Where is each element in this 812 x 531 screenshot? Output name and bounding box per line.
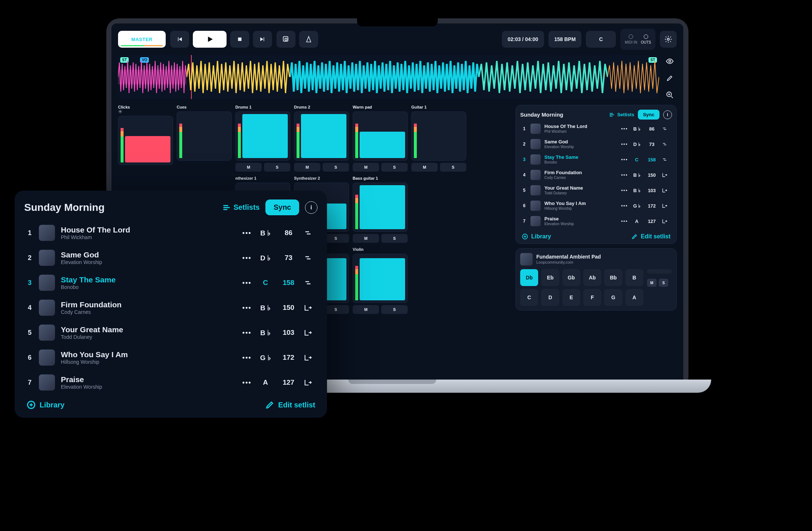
song-action-button[interactable]	[662, 157, 670, 162]
mute-button[interactable]: M	[353, 305, 379, 314]
zoom-button[interactable]	[664, 89, 676, 101]
song-row[interactable]: 7 Praise Elevation Worship ••• A 127	[24, 370, 317, 395]
time-display[interactable]: 02:03 / 04:00	[502, 31, 544, 48]
track-cell[interactable]	[294, 111, 349, 161]
outs-indicator[interactable]: OUTS	[641, 34, 651, 44]
pad-key-button[interactable]: Gb	[562, 269, 580, 286]
song-action-button[interactable]	[662, 126, 670, 132]
overlay-edit-button[interactable]: Edit setlist	[265, 400, 315, 410]
pad-key-button[interactable]: F	[583, 289, 601, 306]
song-action-button[interactable]	[304, 378, 315, 387]
overlay-sync-button[interactable]: Sync	[265, 199, 299, 215]
track[interactable]: Drums 2 MS	[294, 105, 349, 172]
info-button[interactable]: i	[663, 110, 672, 119]
song-action-button[interactable]	[304, 228, 315, 237]
track[interactable]: Guitar 1 MS	[411, 105, 466, 172]
song-more-button[interactable]: •••	[242, 304, 251, 312]
song-row[interactable]: 7 Praise Elevation Worship ••• A 127	[520, 213, 672, 229]
view-button[interactable]	[664, 55, 676, 67]
song-more-button[interactable]: •••	[621, 172, 628, 177]
sync-button[interactable]: Sync	[638, 110, 659, 120]
loop-button[interactable]	[276, 31, 295, 48]
waveform[interactable]: ST VO ST	[118, 55, 659, 99]
solo-button[interactable]: S	[381, 163, 408, 172]
pad-key-button[interactable]: D	[541, 289, 559, 306]
song-more-button[interactable]: •••	[621, 188, 628, 193]
track-cell[interactable]	[353, 183, 408, 232]
solo-button[interactable]: S	[440, 163, 466, 172]
stop-button[interactable]	[230, 31, 249, 48]
song-more-button[interactable]: •••	[242, 379, 251, 387]
track[interactable]: Cues	[177, 105, 232, 172]
song-more-button[interactable]: •••	[621, 126, 628, 131]
song-more-button[interactable]: •••	[242, 329, 251, 337]
mute-button[interactable]: M	[353, 234, 379, 243]
pad-solo-button[interactable]: S	[659, 279, 668, 287]
solo-button[interactable]: S	[264, 163, 290, 172]
track-cell[interactable]	[118, 116, 173, 165]
song-row[interactable]: 1 House Of The Lord Phil Wickham ••• B ♭…	[520, 121, 672, 136]
song-row[interactable]: 6 Who You Say I Am Hillsong Worship ••• …	[24, 345, 317, 370]
track-cell[interactable]	[177, 111, 232, 161]
settings-button[interactable]	[660, 31, 677, 48]
prev-button[interactable]	[170, 31, 189, 48]
song-action-button[interactable]	[304, 303, 315, 312]
pad-key-button[interactable]: B	[625, 269, 643, 286]
overlay-setlists-button[interactable]: Setlists	[222, 203, 260, 212]
song-row[interactable]: 6 Who You Say I Am Hillsong Worship ••• …	[520, 198, 672, 213]
song-action-button[interactable]	[304, 353, 315, 362]
track[interactable]: Drums 1 MS	[235, 105, 290, 172]
song-row[interactable]: 1 House Of The Lord Phil Wickham ••• B ♭…	[24, 220, 317, 245]
key-display[interactable]: C	[586, 31, 616, 48]
metronome-button[interactable]	[299, 31, 318, 48]
pad-key-button[interactable]: G	[604, 289, 622, 306]
pad-key-button[interactable]: Bb	[604, 269, 622, 286]
song-more-button[interactable]: •••	[621, 219, 628, 224]
bpm-display[interactable]: 158 BPM	[548, 31, 581, 48]
song-row[interactable]: 2 Same God Elevation Worship ••• D ♭ 73	[520, 136, 672, 152]
song-more-button[interactable]: •••	[621, 142, 628, 147]
track-cell[interactable]	[411, 111, 466, 161]
midi-in-indicator[interactable]: MIDI IN	[625, 34, 637, 44]
song-action-button[interactable]	[662, 218, 670, 224]
song-row[interactable]: 5 Your Great Name Todd Dulaney ••• B ♭ 1…	[24, 320, 317, 345]
overlay-library-button[interactable]: Library	[26, 400, 65, 410]
mute-button[interactable]: M	[411, 163, 438, 172]
song-action-button[interactable]	[304, 328, 315, 337]
play-button[interactable]	[193, 31, 227, 48]
track[interactable]: Warm pad MS	[353, 105, 408, 172]
track[interactable]: Clicks	[118, 105, 173, 172]
song-action-button[interactable]	[662, 172, 670, 178]
pad-key-button[interactable]: C	[520, 289, 538, 306]
pad-key-button[interactable]: Ab	[583, 269, 601, 286]
song-more-button[interactable]: •••	[621, 203, 628, 208]
song-row[interactable]: 5 Your Great Name Todd Dulaney ••• B ♭ 1…	[520, 183, 672, 198]
song-more-button[interactable]: •••	[242, 354, 251, 362]
pad-volume[interactable]	[647, 269, 672, 274]
edit-wave-button[interactable]	[664, 72, 676, 84]
song-more-button[interactable]: •••	[242, 254, 251, 262]
master-button[interactable]: MASTER	[118, 31, 166, 48]
solo-button[interactable]: S	[381, 234, 408, 243]
solo-button[interactable]: S	[381, 305, 408, 314]
track-cell[interactable]	[235, 111, 290, 161]
mute-button[interactable]: M	[353, 163, 379, 172]
track-cell[interactable]	[353, 254, 408, 303]
pad-key-button[interactable]: E	[562, 289, 580, 306]
song-more-button[interactable]: •••	[242, 279, 251, 287]
overlay-info-button[interactable]: i	[305, 201, 317, 214]
song-more-button[interactable]: •••	[621, 157, 628, 162]
track[interactable]: Bass guitar 1 MS	[353, 176, 408, 243]
pad-key-button[interactable]: Db	[520, 269, 538, 286]
mute-button[interactable]: M	[294, 163, 320, 172]
track-settings-button[interactable]	[118, 109, 173, 114]
song-action-button[interactable]	[662, 141, 670, 147]
song-row[interactable]: 3 Stay The Same Bonobo ••• C 158	[520, 152, 672, 167]
edit-setlist-button[interactable]: Edit setlist	[631, 233, 670, 240]
song-row[interactable]: 4 Firm Foundation Cody Carnes ••• B ♭ 15…	[520, 167, 672, 183]
song-action-button[interactable]	[304, 253, 315, 262]
song-row[interactable]: 4 Firm Foundation Cody Carnes ••• B ♭ 15…	[24, 295, 317, 320]
song-action-button[interactable]	[662, 187, 670, 193]
track-cell[interactable]	[353, 111, 408, 161]
pad-mute-button[interactable]: M	[647, 279, 657, 287]
